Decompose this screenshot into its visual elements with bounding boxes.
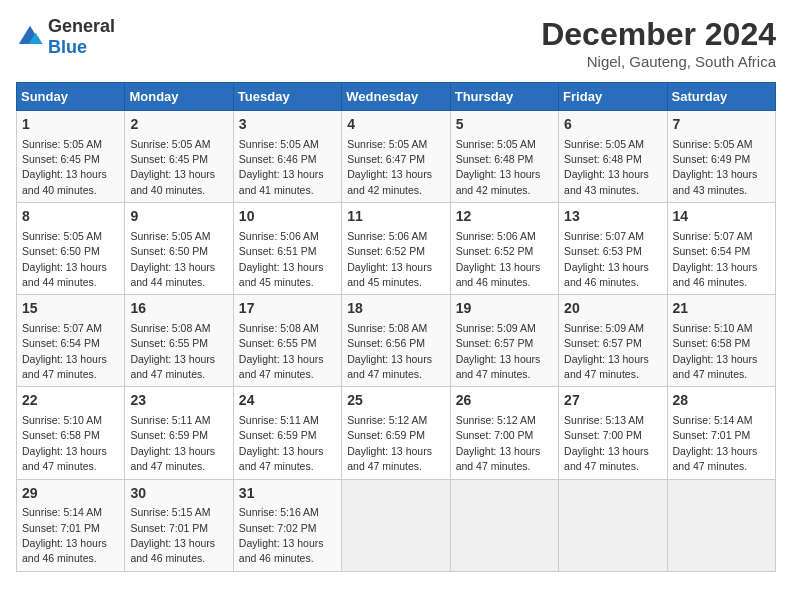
day-number: 28 — [673, 391, 770, 411]
calendar-cell: 8Sunrise: 5:05 AM Sunset: 6:50 PM Daylig… — [17, 203, 125, 295]
calendar-cell: 12Sunrise: 5:06 AM Sunset: 6:52 PM Dayli… — [450, 203, 558, 295]
calendar-cell: 6Sunrise: 5:05 AM Sunset: 6:48 PM Daylig… — [559, 111, 667, 203]
calendar-cell — [559, 479, 667, 571]
day-info: Sunrise: 5:11 AM Sunset: 6:59 PM Dayligh… — [239, 414, 324, 472]
calendar-cell: 14Sunrise: 5:07 AM Sunset: 6:54 PM Dayli… — [667, 203, 775, 295]
logo-general: General — [48, 16, 115, 36]
header-cell-thursday: Thursday — [450, 83, 558, 111]
day-number: 5 — [456, 115, 553, 135]
logo-blue: Blue — [48, 37, 87, 57]
day-number: 11 — [347, 207, 444, 227]
calendar-cell: 29Sunrise: 5:14 AM Sunset: 7:01 PM Dayli… — [17, 479, 125, 571]
day-info: Sunrise: 5:10 AM Sunset: 6:58 PM Dayligh… — [22, 414, 107, 472]
calendar-cell: 2Sunrise: 5:05 AM Sunset: 6:45 PM Daylig… — [125, 111, 233, 203]
day-number: 27 — [564, 391, 661, 411]
day-number: 1 — [22, 115, 119, 135]
day-info: Sunrise: 5:06 AM Sunset: 6:51 PM Dayligh… — [239, 230, 324, 288]
calendar-cell: 26Sunrise: 5:12 AM Sunset: 7:00 PM Dayli… — [450, 387, 558, 479]
day-info: Sunrise: 5:05 AM Sunset: 6:48 PM Dayligh… — [456, 138, 541, 196]
week-row-2: 8Sunrise: 5:05 AM Sunset: 6:50 PM Daylig… — [17, 203, 776, 295]
subtitle: Nigel, Gauteng, South Africa — [541, 53, 776, 70]
header-cell-monday: Monday — [125, 83, 233, 111]
day-number: 21 — [673, 299, 770, 319]
day-number: 31 — [239, 484, 336, 504]
day-info: Sunrise: 5:15 AM Sunset: 7:01 PM Dayligh… — [130, 506, 215, 564]
day-info: Sunrise: 5:13 AM Sunset: 7:00 PM Dayligh… — [564, 414, 649, 472]
day-info: Sunrise: 5:05 AM Sunset: 6:50 PM Dayligh… — [130, 230, 215, 288]
day-info: Sunrise: 5:05 AM Sunset: 6:45 PM Dayligh… — [22, 138, 107, 196]
day-info: Sunrise: 5:05 AM Sunset: 6:49 PM Dayligh… — [673, 138, 758, 196]
logo[interactable]: General Blue — [16, 16, 115, 58]
day-number: 15 — [22, 299, 119, 319]
day-number: 18 — [347, 299, 444, 319]
day-info: Sunrise: 5:05 AM Sunset: 6:50 PM Dayligh… — [22, 230, 107, 288]
day-number: 7 — [673, 115, 770, 135]
day-info: Sunrise: 5:07 AM Sunset: 6:53 PM Dayligh… — [564, 230, 649, 288]
day-number: 26 — [456, 391, 553, 411]
day-info: Sunrise: 5:08 AM Sunset: 6:55 PM Dayligh… — [130, 322, 215, 380]
day-info: Sunrise: 5:14 AM Sunset: 7:01 PM Dayligh… — [673, 414, 758, 472]
day-info: Sunrise: 5:05 AM Sunset: 6:47 PM Dayligh… — [347, 138, 432, 196]
day-info: Sunrise: 5:08 AM Sunset: 6:56 PM Dayligh… — [347, 322, 432, 380]
day-number: 4 — [347, 115, 444, 135]
header-cell-tuesday: Tuesday — [233, 83, 341, 111]
calendar-cell: 23Sunrise: 5:11 AM Sunset: 6:59 PM Dayli… — [125, 387, 233, 479]
day-number: 29 — [22, 484, 119, 504]
header-cell-wednesday: Wednesday — [342, 83, 450, 111]
day-info: Sunrise: 5:14 AM Sunset: 7:01 PM Dayligh… — [22, 506, 107, 564]
day-number: 22 — [22, 391, 119, 411]
day-number: 8 — [22, 207, 119, 227]
header-row: SundayMondayTuesdayWednesdayThursdayFrid… — [17, 83, 776, 111]
day-info: Sunrise: 5:12 AM Sunset: 7:00 PM Dayligh… — [456, 414, 541, 472]
calendar-cell: 4Sunrise: 5:05 AM Sunset: 6:47 PM Daylig… — [342, 111, 450, 203]
calendar-cell: 24Sunrise: 5:11 AM Sunset: 6:59 PM Dayli… — [233, 387, 341, 479]
calendar-cell: 11Sunrise: 5:06 AM Sunset: 6:52 PM Dayli… — [342, 203, 450, 295]
day-number: 17 — [239, 299, 336, 319]
day-number: 6 — [564, 115, 661, 135]
calendar-cell: 21Sunrise: 5:10 AM Sunset: 6:58 PM Dayli… — [667, 295, 775, 387]
calendar-cell: 7Sunrise: 5:05 AM Sunset: 6:49 PM Daylig… — [667, 111, 775, 203]
calendar-cell: 1Sunrise: 5:05 AM Sunset: 6:45 PM Daylig… — [17, 111, 125, 203]
title-block: December 2024 Nigel, Gauteng, South Afri… — [541, 16, 776, 70]
day-number: 10 — [239, 207, 336, 227]
calendar-cell: 19Sunrise: 5:09 AM Sunset: 6:57 PM Dayli… — [450, 295, 558, 387]
calendar-cell: 31Sunrise: 5:16 AM Sunset: 7:02 PM Dayli… — [233, 479, 341, 571]
calendar-body: 1Sunrise: 5:05 AM Sunset: 6:45 PM Daylig… — [17, 111, 776, 572]
day-info: Sunrise: 5:08 AM Sunset: 6:55 PM Dayligh… — [239, 322, 324, 380]
day-info: Sunrise: 5:07 AM Sunset: 6:54 PM Dayligh… — [22, 322, 107, 380]
calendar-cell: 16Sunrise: 5:08 AM Sunset: 6:55 PM Dayli… — [125, 295, 233, 387]
calendar-cell: 3Sunrise: 5:05 AM Sunset: 6:46 PM Daylig… — [233, 111, 341, 203]
day-info: Sunrise: 5:09 AM Sunset: 6:57 PM Dayligh… — [564, 322, 649, 380]
calendar-cell: 15Sunrise: 5:07 AM Sunset: 6:54 PM Dayli… — [17, 295, 125, 387]
day-info: Sunrise: 5:11 AM Sunset: 6:59 PM Dayligh… — [130, 414, 215, 472]
calendar-cell: 22Sunrise: 5:10 AM Sunset: 6:58 PM Dayli… — [17, 387, 125, 479]
calendar-table: SundayMondayTuesdayWednesdayThursdayFrid… — [16, 82, 776, 572]
day-number: 14 — [673, 207, 770, 227]
calendar-cell: 5Sunrise: 5:05 AM Sunset: 6:48 PM Daylig… — [450, 111, 558, 203]
day-number: 30 — [130, 484, 227, 504]
day-number: 12 — [456, 207, 553, 227]
day-number: 16 — [130, 299, 227, 319]
day-number: 23 — [130, 391, 227, 411]
day-number: 3 — [239, 115, 336, 135]
calendar-cell: 28Sunrise: 5:14 AM Sunset: 7:01 PM Dayli… — [667, 387, 775, 479]
calendar-cell: 10Sunrise: 5:06 AM Sunset: 6:51 PM Dayli… — [233, 203, 341, 295]
day-info: Sunrise: 5:05 AM Sunset: 6:45 PM Dayligh… — [130, 138, 215, 196]
day-info: Sunrise: 5:09 AM Sunset: 6:57 PM Dayligh… — [456, 322, 541, 380]
day-number: 9 — [130, 207, 227, 227]
logo-icon — [16, 23, 44, 51]
calendar-cell: 30Sunrise: 5:15 AM Sunset: 7:01 PM Dayli… — [125, 479, 233, 571]
header-cell-sunday: Sunday — [17, 83, 125, 111]
day-number: 20 — [564, 299, 661, 319]
day-number: 19 — [456, 299, 553, 319]
day-info: Sunrise: 5:06 AM Sunset: 6:52 PM Dayligh… — [347, 230, 432, 288]
day-info: Sunrise: 5:07 AM Sunset: 6:54 PM Dayligh… — [673, 230, 758, 288]
main-title: December 2024 — [541, 16, 776, 53]
day-info: Sunrise: 5:06 AM Sunset: 6:52 PM Dayligh… — [456, 230, 541, 288]
day-number: 13 — [564, 207, 661, 227]
calendar-cell: 9Sunrise: 5:05 AM Sunset: 6:50 PM Daylig… — [125, 203, 233, 295]
calendar-cell — [342, 479, 450, 571]
day-info: Sunrise: 5:12 AM Sunset: 6:59 PM Dayligh… — [347, 414, 432, 472]
calendar-cell — [667, 479, 775, 571]
day-info: Sunrise: 5:05 AM Sunset: 6:46 PM Dayligh… — [239, 138, 324, 196]
